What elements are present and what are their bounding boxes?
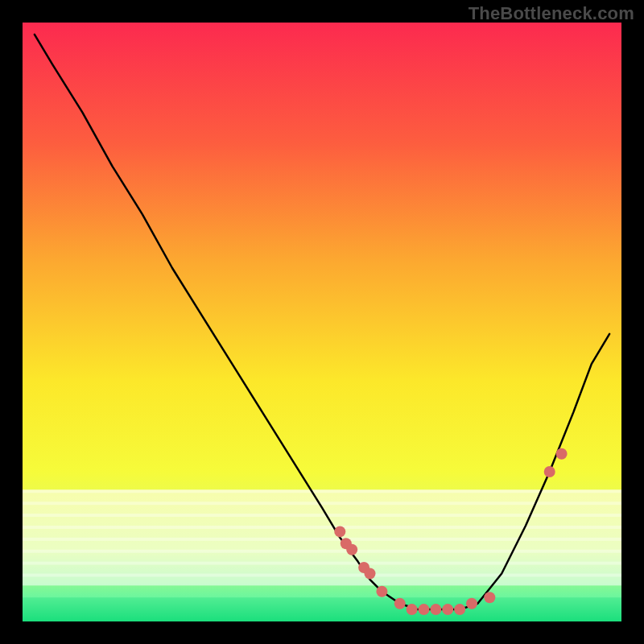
data-point	[442, 604, 453, 615]
svg-rect-8	[23, 573, 621, 576]
data-point	[556, 448, 568, 460]
bottleneck-chart	[23, 23, 621, 621]
svg-rect-6	[23, 550, 621, 553]
svg-rect-5	[23, 538, 621, 541]
data-point	[394, 598, 406, 609]
data-point	[454, 604, 465, 615]
data-point	[466, 598, 477, 609]
data-point	[544, 466, 555, 477]
data-point	[407, 604, 418, 615]
data-point	[484, 592, 495, 603]
chart-frame: TheBottleneck.com	[0, 0, 644, 644]
optimal-zone-band	[23, 597, 621, 621]
watermark-text: TheBottleneck.com	[469, 3, 634, 24]
svg-rect-1	[23, 489, 621, 493]
svg-rect-7	[23, 562, 621, 565]
data-point	[430, 604, 441, 615]
data-point	[419, 604, 430, 615]
svg-rect-2	[23, 502, 621, 505]
data-point	[376, 586, 387, 597]
svg-rect-4	[23, 526, 621, 529]
data-point	[346, 544, 357, 555]
data-point	[334, 526, 345, 537]
data-point	[365, 568, 376, 580]
plot-area	[23, 23, 621, 621]
pale-band-zone	[23, 489, 621, 585]
